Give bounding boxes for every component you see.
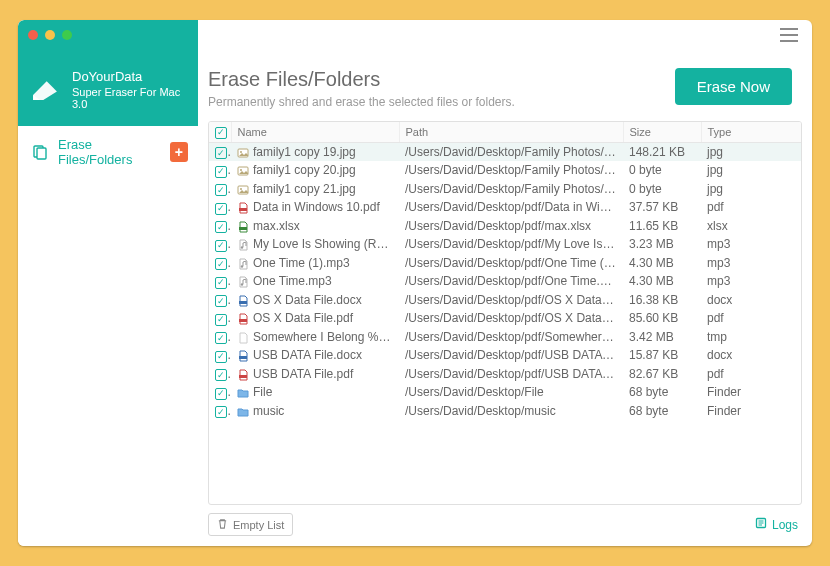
cell-name: My Love Is Showing (Remas... xyxy=(231,235,399,254)
checkbox-icon[interactable]: ✓ xyxy=(215,184,227,196)
cell-type: jpg xyxy=(701,161,801,180)
checkbox-icon[interactable]: ✓ xyxy=(215,147,227,159)
brand-subtitle: Super Eraser For Mac 3.0 xyxy=(72,86,188,110)
column-path[interactable]: Path xyxy=(399,122,623,142)
cell-type: Finder xyxy=(701,383,801,402)
page-subtitle: Permanently shred and erase the selected… xyxy=(208,95,515,109)
svg-rect-8 xyxy=(239,208,247,211)
cell-type: pdf xyxy=(701,198,801,217)
checkbox-icon[interactable]: ✓ xyxy=(215,332,227,344)
cell-size: 82.67 KB xyxy=(623,365,701,384)
cell-path: /Users/David/Desktop/Family Photos/famil… xyxy=(399,142,623,161)
checkbox-icon[interactable]: ✓ xyxy=(215,221,227,233)
table-row[interactable]: ✓family1 copy 20.jpg/Users/David/Desktop… xyxy=(209,161,801,180)
cell-name: USB DATA File.docx xyxy=(231,346,399,365)
cell-path: /Users/David/Desktop/pdf/max.xlsx xyxy=(399,217,623,236)
file-table[interactable]: ✓ Name Path Size Type ✓family1 copy 19.j… xyxy=(208,121,802,505)
add-button[interactable]: + xyxy=(170,142,188,162)
cell-path: /Users/David/Desktop/pdf/Somewhere I Be.… xyxy=(399,328,623,347)
table-row[interactable]: ✓My Love Is Showing (Remas.../Users/Davi… xyxy=(209,235,801,254)
cell-name: family1 copy 19.jpg xyxy=(231,142,399,161)
cell-name: music xyxy=(231,402,399,421)
column-name[interactable]: Name xyxy=(231,122,399,142)
logs-button[interactable]: Logs xyxy=(755,517,798,532)
column-check[interactable]: ✓ xyxy=(209,122,231,142)
cell-type: pdf xyxy=(701,365,801,384)
brand-title: DoYourData xyxy=(72,69,188,84)
svg-rect-1 xyxy=(37,148,46,159)
table-row[interactable]: ✓music/Users/David/Desktop/music68 byteF… xyxy=(209,402,801,421)
cell-size: 0 byte xyxy=(623,161,701,180)
cell-name: One Time (1).mp3 xyxy=(231,254,399,273)
checkbox-icon[interactable]: ✓ xyxy=(215,240,227,252)
table-row[interactable]: ✓Data in Windows 10.pdf/Users/David/Desk… xyxy=(209,198,801,217)
table-row[interactable]: ✓USB DATA File.docx/Users/David/Desktop/… xyxy=(209,346,801,365)
cell-path: /Users/David/Desktop/pdf/OS X Data File.… xyxy=(399,291,623,310)
cell-path: /Users/David/Desktop/File xyxy=(399,383,623,402)
cell-path: /Users/David/Desktop/pdf/Data in Window.… xyxy=(399,198,623,217)
table-row[interactable]: ✓family1 copy 19.jpg/Users/David/Desktop… xyxy=(209,142,801,161)
cell-name: OS X Data File.pdf xyxy=(231,309,399,328)
traffic-lights xyxy=(18,20,198,50)
checkbox-icon[interactable]: ✓ xyxy=(215,406,227,418)
file-type-icon xyxy=(237,406,249,418)
checkbox-icon[interactable]: ✓ xyxy=(215,314,227,326)
cell-name: USB DATA File.pdf xyxy=(231,365,399,384)
empty-list-button[interactable]: Empty List xyxy=(208,513,293,536)
file-type-icon xyxy=(237,295,249,307)
brand: DoYourData Super Eraser For Mac 3.0 xyxy=(18,50,198,126)
cell-name: One Time.mp3 xyxy=(231,272,399,291)
table-row[interactable]: ✓One Time.mp3/Users/David/Desktop/pdf/On… xyxy=(209,272,801,291)
table-row[interactable]: ✓max.xlsx/Users/David/Desktop/pdf/max.xl… xyxy=(209,217,801,236)
checkbox-icon[interactable]: ✓ xyxy=(215,369,227,381)
table-row[interactable]: ✓File/Users/David/Desktop/File68 byteFin… xyxy=(209,383,801,402)
checkbox-icon[interactable]: ✓ xyxy=(215,351,227,363)
eraser-icon xyxy=(28,76,62,102)
file-type-icon xyxy=(237,239,249,251)
table-row[interactable]: ✓OS X Data File.pdf/Users/David/Desktop/… xyxy=(209,309,801,328)
close-icon[interactable] xyxy=(28,30,38,40)
table-row[interactable]: ✓One Time (1).mp3/Users/David/Desktop/pd… xyxy=(209,254,801,273)
files-icon xyxy=(32,144,48,160)
cell-name: family1 copy 21.jpg xyxy=(231,180,399,199)
file-type-icon xyxy=(237,221,249,233)
cell-type: jpg xyxy=(701,142,801,161)
cell-path: /Users/David/Desktop/pdf/One Time (1).mp… xyxy=(399,254,623,273)
page-title: Erase Files/Folders xyxy=(208,68,515,91)
table-row[interactable]: ✓Somewhere I Belong %28Al.../Users/David… xyxy=(209,328,801,347)
checkbox-icon[interactable]: ✓ xyxy=(215,166,227,178)
file-type-icon xyxy=(237,387,249,399)
column-size[interactable]: Size xyxy=(623,122,701,142)
table-row[interactable]: ✓family1 copy 21.jpg/Users/David/Desktop… xyxy=(209,180,801,199)
cell-size: 85.60 KB xyxy=(623,309,701,328)
cell-size: 68 byte xyxy=(623,383,701,402)
column-type[interactable]: Type xyxy=(701,122,801,142)
cell-path: /Users/David/Desktop/pdf/One Time.mp3 xyxy=(399,272,623,291)
file-type-icon xyxy=(237,165,249,177)
checkbox-icon[interactable]: ✓ xyxy=(215,388,227,400)
logs-icon xyxy=(755,517,767,532)
checkbox-icon[interactable]: ✓ xyxy=(215,295,227,307)
sidebar-item-erase-files[interactable]: Erase Files/Folders + xyxy=(18,134,198,170)
erase-now-button[interactable]: Erase Now xyxy=(675,68,792,105)
menu-icon[interactable] xyxy=(780,26,802,44)
cell-size: 16.38 KB xyxy=(623,291,701,310)
zoom-icon[interactable] xyxy=(62,30,72,40)
checkbox-icon[interactable]: ✓ xyxy=(215,127,227,139)
svg-rect-9 xyxy=(239,227,247,230)
table-row[interactable]: ✓USB DATA File.pdf/Users/David/Desktop/p… xyxy=(209,365,801,384)
file-type-icon xyxy=(237,202,249,214)
table-row[interactable]: ✓OS X Data File.docx/Users/David/Desktop… xyxy=(209,291,801,310)
checkbox-icon[interactable]: ✓ xyxy=(215,203,227,215)
cell-size: 3.42 MB xyxy=(623,328,701,347)
cell-path: /Users/David/Desktop/pdf/USB DATA File.p… xyxy=(399,365,623,384)
minimize-icon[interactable] xyxy=(45,30,55,40)
file-type-icon xyxy=(237,276,249,288)
checkbox-icon[interactable]: ✓ xyxy=(215,258,227,270)
cell-name: File xyxy=(231,383,399,402)
checkbox-icon[interactable]: ✓ xyxy=(215,277,227,289)
svg-point-3 xyxy=(240,151,242,153)
cell-type: docx xyxy=(701,291,801,310)
cell-type: mp3 xyxy=(701,272,801,291)
file-type-icon xyxy=(237,184,249,196)
